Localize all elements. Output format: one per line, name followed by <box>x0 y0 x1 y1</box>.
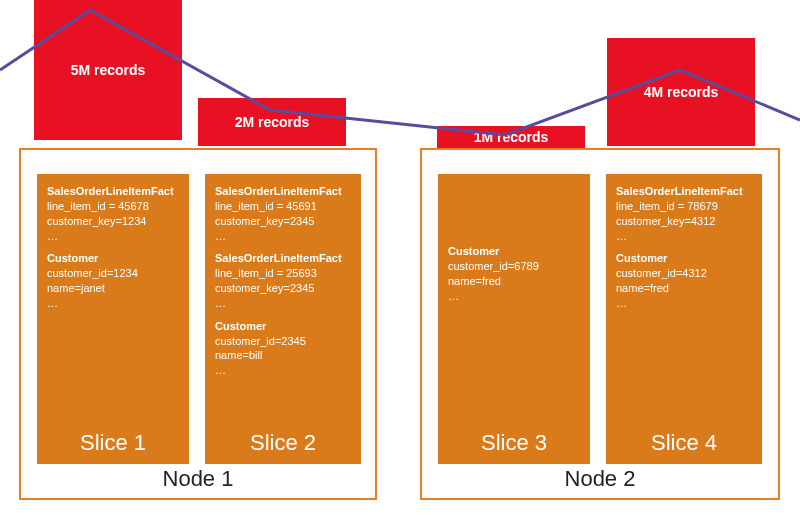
slice-label: Slice 3 <box>438 430 590 456</box>
section-line: line_item_id = 45678 <box>47 200 149 212</box>
records-bar-slice-1: 5M records <box>34 0 182 140</box>
slice-3: Customer customer_id=6789 name=fred … Sl… <box>438 174 590 464</box>
section-line: customer_key=1234 <box>47 215 146 227</box>
section-line: … <box>215 364 226 376</box>
node-1: SalesOrderLineItemFact line_item_id = 45… <box>19 148 377 500</box>
section-line: … <box>215 230 226 242</box>
records-bar-label: 4M records <box>644 84 719 100</box>
slice-4: SalesOrderLineItemFact line_item_id = 78… <box>606 174 762 464</box>
section-line: customer_key=4312 <box>616 215 715 227</box>
node-label: Node 2 <box>422 466 778 492</box>
node-2: Customer customer_id=6789 name=fred … Sl… <box>420 148 780 500</box>
section-line: customer_key=2345 <box>215 215 314 227</box>
section-heading: Customer <box>47 252 98 264</box>
records-bar-label: 1M records <box>474 129 549 145</box>
records-bar-label: 2M records <box>235 114 310 130</box>
section-line: … <box>616 230 627 242</box>
section-line: … <box>47 297 58 309</box>
section-heading: SalesOrderLineItemFact <box>215 252 342 264</box>
records-bar-label: 5M records <box>71 62 146 78</box>
slice-2: SalesOrderLineItemFact line_item_id = 45… <box>205 174 361 464</box>
section-line: customer_id=2345 <box>215 335 306 347</box>
section-line: name=fred <box>616 282 669 294</box>
section-line: name=fred <box>448 275 501 287</box>
slice-1: SalesOrderLineItemFact line_item_id = 45… <box>37 174 189 464</box>
section-heading: SalesOrderLineItemFact <box>47 185 174 197</box>
section-line: name=janet <box>47 282 105 294</box>
section-line: name=bill <box>215 349 262 361</box>
section-line: line_item_id = 25693 <box>215 267 317 279</box>
slice-1-body: SalesOrderLineItemFact line_item_id = 45… <box>37 174 189 311</box>
records-bar-slice-2: 2M records <box>198 98 346 146</box>
section-heading: Customer <box>215 320 266 332</box>
records-bar-slice-4: 4M records <box>607 38 755 146</box>
slice-label: Slice 2 <box>205 430 361 456</box>
section-line: customer_key=2345 <box>215 282 314 294</box>
section-line: … <box>215 297 226 309</box>
slice-3-body: Customer customer_id=6789 name=fred … <box>438 174 590 303</box>
section-heading: SalesOrderLineItemFact <box>616 185 743 197</box>
section-line: … <box>47 230 58 242</box>
section-heading: Customer <box>448 245 499 257</box>
records-bar-slice-3: 1M records <box>437 126 585 148</box>
section-heading: SalesOrderLineItemFact <box>215 185 342 197</box>
slice-label: Slice 1 <box>37 430 189 456</box>
section-line: … <box>616 297 627 309</box>
section-line: line_item_id = 78679 <box>616 200 718 212</box>
section-line: customer_id=4312 <box>616 267 707 279</box>
section-line: line_item_id = 45691 <box>215 200 317 212</box>
section-line: … <box>448 290 459 302</box>
section-line: customer_id=1234 <box>47 267 138 279</box>
section-line: customer_id=6789 <box>448 260 539 272</box>
node-label: Node 1 <box>21 466 375 492</box>
slice-label: Slice 4 <box>606 430 762 456</box>
section-heading: Customer <box>616 252 667 264</box>
slice-2-body: SalesOrderLineItemFact line_item_id = 45… <box>205 174 361 378</box>
slice-4-body: SalesOrderLineItemFact line_item_id = 78… <box>606 174 762 311</box>
